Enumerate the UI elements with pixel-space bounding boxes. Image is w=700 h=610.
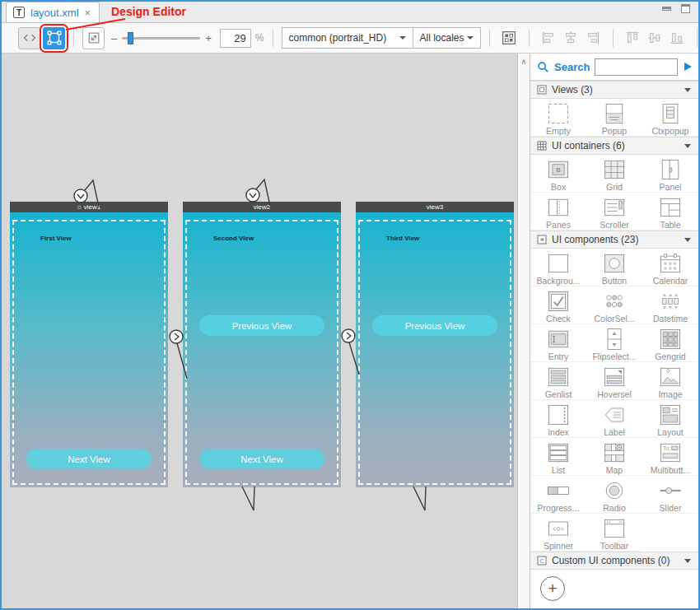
- code-icon: [21, 29, 39, 47]
- palette-item-calendar[interactable]: Calendar: [642, 249, 698, 286]
- align-right-button[interactable]: [582, 27, 604, 49]
- maximize-button[interactable]: [681, 4, 690, 13]
- tab-layout-xml[interactable]: T layout.xml ×: [6, 2, 100, 22]
- palette-item-label: Backgrou...: [536, 277, 580, 286]
- add-custom-component-button[interactable]: +: [540, 576, 565, 601]
- zoom-slider-handle[interactable]: [128, 32, 133, 44]
- fit-to-screen-button[interactable]: [82, 27, 105, 49]
- section-header[interactable]: UI components (23): [530, 230, 698, 249]
- align-center-button[interactable]: [560, 27, 582, 49]
- canvas-view-view2[interactable]: view2Second ViewPrevious ViewNext View: [183, 202, 341, 487]
- chevron-down-icon[interactable]: [684, 559, 691, 563]
- palette-item-ctxpopup[interactable]: Ctxpopup: [642, 99, 698, 137]
- view-button[interactable]: Next View: [26, 449, 152, 469]
- palette-item-label: Hoversel: [597, 390, 631, 399]
- source-view-button[interactable]: [18, 27, 40, 49]
- zoom-out-label[interactable]: –: [111, 32, 117, 44]
- zoom-slider-track[interactable]: [122, 37, 200, 40]
- palette-item-colorselector[interactable]: ColorSel...: [586, 286, 642, 324]
- align-top-button[interactable]: [622, 27, 644, 49]
- view-label: Second View: [213, 235, 254, 242]
- palette-item-progressbar[interactable]: Progress...: [530, 476, 586, 514]
- zoom-in-label[interactable]: +: [205, 32, 212, 44]
- view-label: First View: [40, 235, 72, 242]
- palette-item-list[interactable]: List: [530, 438, 586, 476]
- palette-item-hoversel[interactable]: Hoversel: [586, 362, 642, 400]
- canvas-view-view1[interactable]: ⌂view1First ViewNext View: [10, 202, 168, 487]
- section-header[interactable]: Views (3): [530, 81, 698, 99]
- fit-icon: [86, 30, 102, 46]
- palette-item-image[interactable]: Image: [642, 362, 698, 400]
- palette-item-label[interactable]: Label: [586, 400, 642, 438]
- palette-item-spinner[interactable]: <0>Spinner: [530, 514, 586, 552]
- search-label: Search: [554, 61, 590, 73]
- components-section-icon: [537, 235, 547, 244]
- palette-item-map[interactable]: Map: [586, 438, 642, 476]
- section-items: EmptyPopupCtxpopup: [530, 99, 698, 137]
- align-middle-button[interactable]: [644, 27, 666, 49]
- chevron-down-icon[interactable]: [684, 88, 691, 92]
- chevron-down-icon[interactable]: [684, 144, 691, 148]
- view-body[interactable]: Third ViewPrevious View: [356, 212, 514, 487]
- palette-item-label: Calendar: [653, 277, 688, 286]
- palette-item-index[interactable]: Index: [530, 400, 586, 438]
- zoom-percent-input[interactable]: [220, 29, 251, 48]
- palette-item-label: ColorSel...: [594, 314, 634, 324]
- view-body[interactable]: First ViewNext View: [10, 212, 168, 487]
- palette-item-grid[interactable]: Grid: [586, 155, 642, 193]
- section-header[interactable]: CCustom UI components (0): [530, 552, 698, 570]
- label-icon: [601, 402, 628, 428]
- palette-item-box[interactable]: BBox: [530, 155, 586, 193]
- search-go-icon[interactable]: [684, 63, 692, 71]
- palette-item-toolbar[interactable]: Toolbar: [586, 514, 642, 552]
- palette-item-label: Box: [551, 183, 566, 192]
- view-button[interactable]: Previous View: [372, 315, 497, 336]
- palette-item-radio[interactable]: Radio: [586, 476, 642, 514]
- view-button[interactable]: Previous View: [199, 315, 324, 336]
- home-icon: ⌂: [77, 204, 82, 211]
- canvas-vertical-scrollbar[interactable]: ∧: [517, 54, 530, 608]
- view-body[interactable]: Second ViewPrevious ViewNext View: [183, 212, 341, 487]
- locale-select[interactable]: All locales: [413, 27, 481, 49]
- palette-item-background[interactable]: Backgrou...: [530, 249, 586, 286]
- palette-item-button[interactable]: Button: [586, 249, 642, 286]
- align-bottom-button[interactable]: [666, 27, 688, 49]
- palette-search-input[interactable]: [595, 58, 678, 76]
- palette-item-gengrid[interactable]: Gengrid: [642, 324, 698, 362]
- radio-icon: [601, 477, 628, 504]
- design-canvas[interactable]: ⌂view1First ViewNext Viewview2Second Vie…: [2, 54, 517, 608]
- palette-item-label: Slider: [660, 504, 682, 513]
- grid-toggle-button[interactable]: [498, 27, 520, 49]
- palette-item-popup[interactable]: Popup: [586, 99, 642, 137]
- palette-item-datetime[interactable]: Datetime: [642, 286, 698, 324]
- spinner-icon: <0>: [545, 515, 572, 542]
- zoom-slider[interactable]: – +: [111, 32, 212, 44]
- design-editor-window: T layout.xml × Design Editor: [0, 0, 700, 610]
- palette-item-multibutton[interactable]: To:Multibutt...: [642, 438, 698, 476]
- palette-item-table[interactable]: Table: [642, 193, 698, 230]
- align-left-button[interactable]: [538, 27, 560, 49]
- palette-item-entry[interactable]: Entry: [530, 324, 586, 362]
- minimize-button[interactable]: [662, 7, 671, 11]
- palette-item-scroller[interactable]: Scroller: [586, 193, 642, 230]
- canvas-view-view3[interactable]: view3Third ViewPrevious View: [356, 202, 514, 487]
- palette-item-panes[interactable]: Panes: [530, 193, 586, 230]
- palette-item-slider[interactable]: Slider: [642, 476, 698, 514]
- palette-item-label: Popup: [602, 127, 627, 136]
- view-button[interactable]: Next View: [199, 449, 324, 469]
- design-view-button[interactable]: [43, 27, 65, 49]
- section-items: BBoxGridPanelPanesScrollerTable: [530, 155, 698, 230]
- map-icon: [601, 440, 628, 466]
- scroll-up-arrow-icon[interactable]: ∧: [521, 58, 527, 66]
- palette-item-flipselector[interactable]: Flipselect...: [586, 324, 642, 362]
- palette-item-check[interactable]: Check: [530, 286, 586, 324]
- palette-item-empty[interactable]: Empty: [530, 99, 586, 137]
- search-icon: [537, 61, 549, 73]
- section-header[interactable]: UI containers (6): [530, 137, 698, 155]
- close-icon[interactable]: ×: [85, 7, 91, 18]
- palette-item-panel[interactable]: Panel: [642, 155, 698, 193]
- profile-resolution-select[interactable]: common (portrait_HD): [282, 27, 413, 49]
- chevron-down-icon[interactable]: [684, 238, 691, 242]
- palette-item-genlist[interactable]: Genlist: [530, 362, 586, 400]
- palette-item-layout[interactable]: Layout: [642, 400, 698, 438]
